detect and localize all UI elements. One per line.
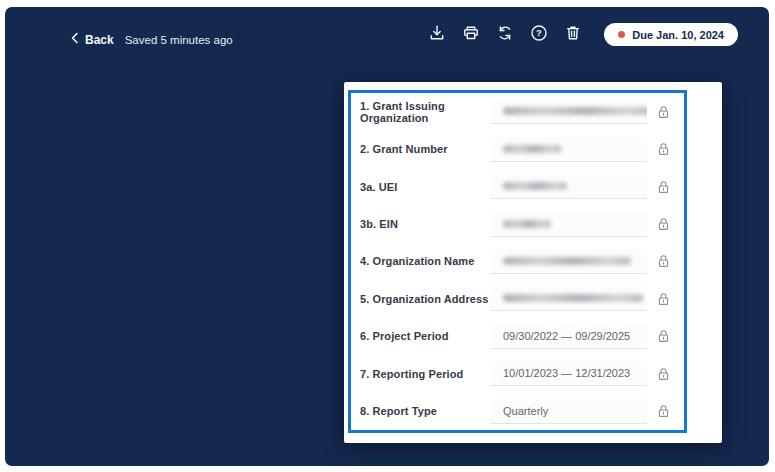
form-field-row: 4. Organization Name [351,243,684,280]
field-label: 7. Reporting Period [360,368,491,380]
lock-icon [657,254,670,268]
field-label: 8. Report Type [360,405,491,417]
form-field-row: 2. Grant Number [351,130,684,167]
form-section-highlight: 1. Grant Issuing Organization 2. Grant N… [348,90,687,433]
redacted-value [503,220,551,228]
field-label: 3a. UEI [360,181,491,193]
lock-icon [657,292,670,306]
trash-button[interactable] [562,24,584,46]
field-label: 1. Grant Issuing Organization [360,100,491,124]
due-date-badge[interactable]: Due Jan. 10, 2024 [604,23,738,46]
field-value [503,218,551,230]
field-value: Quarterly [503,405,548,417]
redacted-value [503,257,631,265]
print-button[interactable] [460,24,482,46]
field-value: 09/30/2022 — 09/29/2025 [503,330,630,342]
lock-icon [657,367,670,381]
field-value-input [491,212,647,237]
field-value-input [491,99,647,124]
screen: Back Saved 5 minutes ago [0,0,775,472]
field-value [503,180,567,192]
toolbar-actions: ? Due Jan. 10, 2024 [426,23,738,46]
field-value: 10/01/2023 — 12/31/2023 [503,367,630,379]
lock-icon [657,404,670,418]
redacted-value [503,107,647,115]
form-field-row: 5. Organization Address [351,280,684,317]
help-icon: ? [529,23,549,46]
download-button[interactable] [426,24,448,46]
report-form-card: 1. Grant Issuing Organization 2. Grant N… [344,82,722,443]
field-value [503,105,647,117]
field-label: 3b. EIN [360,218,491,230]
lock-icon [657,180,670,194]
trash-icon [563,23,583,46]
redacted-value [503,294,643,302]
back-group: Back Saved 5 minutes ago [70,32,233,47]
due-date-label: Due Jan. 10, 2024 [632,29,724,41]
lock-icon [657,105,670,119]
field-value-input [491,249,647,274]
field-value-input [491,174,647,199]
field-value-input: 09/30/2022 — 09/29/2025 [491,324,647,349]
field-value-input [491,137,647,162]
print-icon [461,23,481,46]
app-canvas: Back Saved 5 minutes ago [5,7,769,466]
field-label: 2. Grant Number [360,143,491,155]
field-value [503,292,643,304]
download-icon [427,23,447,46]
field-value-input [491,286,647,311]
form-field-row: 3a. UEI [351,168,684,205]
form-field-row: 6. Project Period 09/30/2022 — 09/29/202… [351,318,684,355]
toolbar: Back Saved 5 minutes ago [5,7,769,61]
chevron-left-icon [70,32,79,47]
field-value-input: Quarterly [491,399,647,424]
field-value-input: 10/01/2023 — 12/31/2023 [491,361,647,386]
back-button[interactable]: Back [70,32,114,47]
form-field-row: 8. Report Type Quarterly [351,393,684,430]
lock-icon [657,142,670,156]
field-label: 4. Organization Name [360,255,491,267]
field-value [503,143,561,155]
redacted-value [503,145,561,153]
lock-icon [657,329,670,343]
field-value [503,255,631,267]
form-field-row: 7. Reporting Period 10/01/2023 — 12/31/2… [351,355,684,392]
form-field-row: 3b. EIN [351,205,684,242]
redacted-value [503,182,567,190]
sync-icon [495,23,515,46]
back-label: Back [85,33,114,47]
due-dot-icon [618,31,625,38]
help-button[interactable]: ? [528,24,550,46]
field-label: 6. Project Period [360,330,491,342]
form-field-row: 1. Grant Issuing Organization [351,93,684,130]
svg-text:?: ? [536,27,542,38]
sync-button[interactable] [494,24,516,46]
lock-icon [657,217,670,231]
saved-status: Saved 5 minutes ago [125,34,233,46]
field-label: 5. Organization Address [360,293,491,305]
